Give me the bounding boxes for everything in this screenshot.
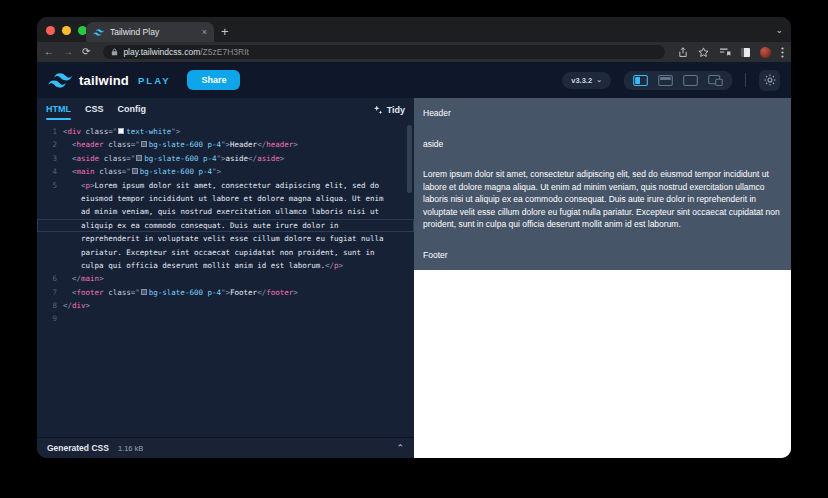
tab-config[interactable]: Config <box>118 98 147 122</box>
tidy-button[interactable]: Tidy <box>373 105 405 115</box>
layout-preview-only-icon[interactable] <box>683 75 698 86</box>
layout-responsive-mode-icon[interactable] <box>708 75 723 86</box>
code-text: pariatur. Excepteur sint occaecat cupida… <box>57 246 375 259</box>
line-number <box>37 205 57 218</box>
preview-header-block: Header <box>414 98 791 129</box>
theme-toggle-button[interactable] <box>759 70 780 91</box>
tab-css[interactable]: CSS <box>85 98 104 122</box>
tab-html[interactable]: HTML <box>46 98 71 122</box>
sparkles-icon <box>373 105 383 115</box>
color-swatch[interactable] <box>118 128 124 134</box>
color-swatch[interactable] <box>141 141 147 147</box>
line-number <box>37 246 57 259</box>
preview-empty-area <box>414 270 791 458</box>
preview-pane: Header aside Lorem ipsum dolor sit amet,… <box>414 98 791 458</box>
reading-list-icon[interactable] <box>719 47 731 57</box>
code-text: reprehenderit in voluptate velit esse ci… <box>57 232 384 245</box>
code-row[interactable]: ad minim veniam, quis nostrud exercitati… <box>37 205 414 218</box>
version-label: v3.3.2 <box>571 76 592 85</box>
tab-title: Tailwind Play <box>110 27 196 37</box>
code-text: eiusmod tempor incididunt ut labore et d… <box>57 192 384 205</box>
generated-css-bar[interactable]: Generated CSS 1.16 kB ⌃ <box>37 437 414 458</box>
browser-tab[interactable]: Tailwind Play × <box>86 22 214 42</box>
line-number: 7 <box>37 286 57 299</box>
code-editor[interactable]: 1<div class="text-white">2 <header class… <box>37 122 414 437</box>
overflow-menu-icon[interactable] <box>781 47 784 58</box>
code-row[interactable]: eiusmod tempor incididunt ut labore et d… <box>37 192 414 205</box>
code-text: <div class="text-white"> <box>57 125 180 138</box>
playground-body: HTMLCSSConfig Tidy 1<div class="text-whi… <box>37 98 791 458</box>
layout-switcher <box>624 71 732 90</box>
layout-split-vertical-icon[interactable] <box>633 75 648 86</box>
code-row[interactable]: pariatur. Excepteur sint occaecat cupida… <box>37 246 414 259</box>
code-row[interactable]: 7 <footer class="bg-slate-600 p-4">Foote… <box>37 286 414 299</box>
line-number: 3 <box>37 152 57 165</box>
code-row[interactable]: 6 </main> <box>37 272 414 285</box>
editor-tab-bar: HTMLCSSConfig Tidy <box>37 98 414 122</box>
close-window-button[interactable] <box>46 26 55 35</box>
code-text: culpa qui officia deserunt mollit anim i… <box>57 259 343 272</box>
code-row[interactable]: 1<div class="text-white"> <box>37 125 414 138</box>
code-text: </main> <box>57 272 104 285</box>
tailwind-logo-icon <box>48 73 72 88</box>
url-text[interactable]: play.tailwindcss.com/Z5zE7H3RIt <box>123 47 249 57</box>
forward-icon[interactable]: → <box>63 47 73 57</box>
color-swatch[interactable] <box>132 168 138 174</box>
brand-suffix: PLAY <box>138 75 170 86</box>
code-row[interactable]: 4 <main class="bg-slate-600 p-4"> <box>37 165 414 178</box>
tab-strip-chevron-icon[interactable]: ⌄ <box>775 25 783 35</box>
code-lines: 1<div class="text-white">2 <header class… <box>37 125 414 326</box>
address-bar[interactable]: play.tailwindcss.com/Z5zE7H3RIt <box>103 45 665 59</box>
line-number <box>37 232 57 245</box>
code-text <box>57 312 63 325</box>
profile-avatar[interactable] <box>760 47 771 58</box>
tab-close-icon[interactable]: × <box>202 28 207 37</box>
code-row[interactable]: reprehenderit in voluptate velit esse ci… <box>37 232 414 245</box>
code-row[interactable]: 3 <aside class="bg-slate-600 p-4">aside<… <box>37 152 414 165</box>
bookmark-star-icon[interactable] <box>698 47 709 58</box>
desktop-background: Tailwind Play × + ⌄ ← → ⟳ play.tailwindc… <box>0 0 828 498</box>
code-text: <aside class="bg-slate-600 p-4">aside</a… <box>57 152 284 165</box>
browser-toolbar: ← → ⟳ play.tailwindcss.com/Z5zE7H3RIt <box>37 42 791 62</box>
code-text: aliquip ex ea commodo consequat. Duis au… <box>57 219 338 232</box>
code-text: <header class="bg-slate-600 p-4">Header<… <box>57 138 298 151</box>
generated-css-label: Generated CSS <box>47 443 109 453</box>
line-number <box>37 259 57 272</box>
code-row[interactable]: 8</div> <box>37 299 414 312</box>
version-select[interactable]: v3.3.2 ⌄ <box>562 72 611 89</box>
tailwind-play-logo[interactable]: tailwindPLAY <box>48 73 170 88</box>
code-text: <footer class="bg-slate-600 p-4">Footer<… <box>57 286 298 299</box>
layout-split-horizontal-icon[interactable] <box>658 75 673 86</box>
browser-window: Tailwind Play × + ⌄ ← → ⟳ play.tailwindc… <box>37 17 791 458</box>
url-path: /Z5zE7H3RIt <box>200 47 249 57</box>
header-right-controls: v3.3.2 ⌄ <box>562 70 780 91</box>
header-divider <box>745 73 746 87</box>
code-text: <main class="bg-slate-600 p-4"> <box>57 165 221 178</box>
minimize-window-button[interactable] <box>62 26 71 35</box>
new-tab-button[interactable]: + <box>221 24 229 40</box>
back-icon[interactable]: ← <box>44 47 54 57</box>
side-panel-icon[interactable] <box>741 48 750 57</box>
color-swatch[interactable] <box>141 289 147 295</box>
line-number: 1 <box>37 125 57 138</box>
lock-icon <box>111 48 118 56</box>
code-text: <p>Lorem ipsum dolor sit amet, consectet… <box>57 179 379 192</box>
preview-aside-block: aside <box>414 129 791 160</box>
code-row[interactable]: 5 <p>Lorem ipsum dolor sit amet, consect… <box>37 179 414 192</box>
code-row[interactable]: culpa qui officia deserunt mollit anim i… <box>37 259 414 272</box>
editor-scrollbar[interactable] <box>407 125 412 193</box>
color-swatch[interactable] <box>136 155 142 161</box>
code-row[interactable]: 9 <box>37 312 414 325</box>
share-button[interactable]: Share <box>187 70 240 90</box>
code-text: </div> <box>57 299 90 312</box>
share-icon[interactable] <box>678 47 688 58</box>
refresh-icon[interactable]: ⟳ <box>82 47 90 57</box>
line-number: 4 <box>37 165 57 178</box>
playground-header: tailwindPLAY Share v3.3.2 ⌄ <box>37 62 791 98</box>
code-row[interactable]: 2 <header class="bg-slate-600 p-4">Heade… <box>37 138 414 151</box>
brand-name: tailwind <box>79 73 129 88</box>
line-number: 2 <box>37 138 57 151</box>
chevron-up-icon[interactable]: ⌃ <box>396 443 404 453</box>
line-number: 9 <box>37 312 57 325</box>
code-row[interactable]: aliquip ex ea commodo consequat. Duis au… <box>37 219 414 232</box>
